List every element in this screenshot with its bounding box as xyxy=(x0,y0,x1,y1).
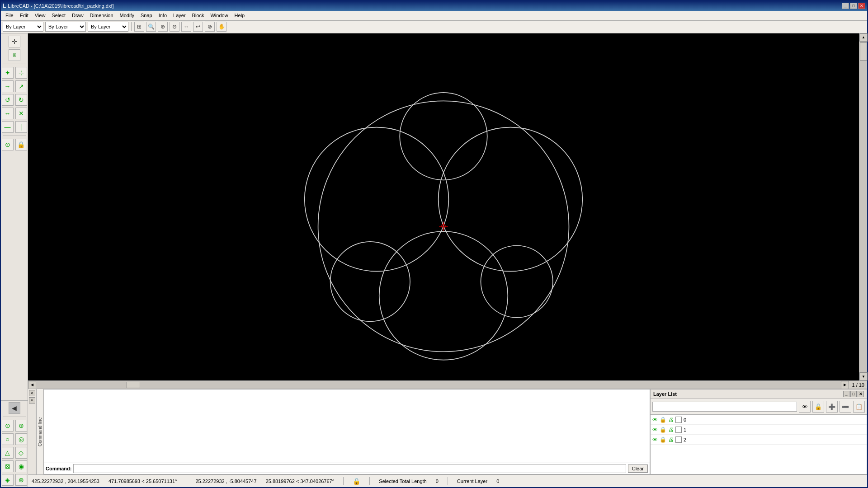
move-tool[interactable]: → xyxy=(2,80,14,92)
panel-close-icon[interactable]: ✕ xyxy=(29,390,35,396)
layer-unlock-all-icon[interactable]: 🔓 xyxy=(812,401,824,413)
layer-print-icon[interactable]: 🖨 xyxy=(668,436,674,443)
close-button[interactable]: ✕ xyxy=(858,3,865,9)
select-cross-tool[interactable]: ⊹ xyxy=(15,67,27,79)
layer-settings-icon[interactable]: 📋 xyxy=(853,401,865,413)
scroll-left-arrow[interactable]: ◀ xyxy=(28,381,36,389)
menu-file[interactable]: File xyxy=(3,12,16,19)
drawing-canvas[interactable] xyxy=(28,33,859,380)
tool-row-5: — | xyxy=(1,121,28,133)
zoom-window-icon[interactable]: ⊚ xyxy=(205,22,215,32)
menu-select[interactable]: Select xyxy=(49,12,68,19)
minimize-button[interactable]: _ xyxy=(842,3,849,9)
layer-panel-minimize[interactable]: _ xyxy=(843,391,849,397)
command-input[interactable] xyxy=(73,464,626,473)
main-layout: ✛ ⊞ ✦ ⊹ → ↗ ↺ ↻ ↔ ✕ xyxy=(1,33,867,487)
linewidth-dropdown[interactable]: By Layer xyxy=(88,22,128,32)
trim-tool[interactable]: — xyxy=(2,121,14,133)
zoom-out-icon[interactable]: ⊖ xyxy=(170,22,179,32)
menu-help[interactable]: Help xyxy=(232,12,248,19)
snap-center[interactable]: ○ xyxy=(2,433,14,445)
command-input-row: Command: Clear xyxy=(44,463,650,474)
grid-toggle-icon[interactable]: ⊞ xyxy=(134,22,144,32)
scroll-right-arrow[interactable]: ▶ xyxy=(841,381,849,389)
layer-lock-icon[interactable]: 🔒 xyxy=(660,436,666,443)
h-scroll-thumb[interactable] xyxy=(127,382,140,388)
scroll-up-arrow[interactable]: ▲ xyxy=(859,33,868,42)
menu-dimension[interactable]: Dimension xyxy=(87,12,116,19)
scroll-thumb[interactable] xyxy=(860,42,867,61)
menu-layer[interactable]: Layer xyxy=(170,12,189,19)
snap-dist[interactable]: ⊛ xyxy=(15,474,27,486)
coord-section-4: 25.88199762 < 347.04026767° xyxy=(266,479,335,484)
point-tool[interactable]: ⊙ xyxy=(2,139,14,150)
snap-tan[interactable]: ◉ xyxy=(15,460,27,472)
menu-draw[interactable]: Draw xyxy=(69,12,86,19)
snap-row-4: ⊠ ◉ xyxy=(1,460,28,473)
tool-row-4: ↔ ✕ xyxy=(1,107,28,120)
move-free-tool[interactable]: ↗ xyxy=(15,80,27,92)
layer-color-swatch[interactable] xyxy=(675,417,682,423)
menu-window[interactable]: Window xyxy=(208,12,231,19)
mirror-tool[interactable]: ↔ xyxy=(2,108,14,119)
layer-lock-icon[interactable]: 🔒 xyxy=(660,417,666,423)
layer-print-icon[interactable]: 🖨 xyxy=(668,417,674,423)
layer-show-all-icon[interactable]: 👁 xyxy=(799,401,811,413)
snap-node[interactable]: ◎ xyxy=(15,433,27,445)
zoom-in-icon[interactable]: ⊕ xyxy=(158,22,168,32)
layer-visible-icon[interactable]: 👁 xyxy=(652,436,658,443)
layer-visible-icon[interactable]: 👁 xyxy=(652,427,658,433)
menu-edit[interactable]: Edit xyxy=(17,12,31,19)
snap-near[interactable]: ◈ xyxy=(2,474,14,486)
grid-tool[interactable]: ⊞ xyxy=(9,49,20,61)
layer-visible-icon[interactable]: 👁 xyxy=(652,417,658,423)
pointer-tool[interactable]: ✛ xyxy=(9,36,20,47)
layer-color-swatch[interactable] xyxy=(675,436,682,443)
layer-lock-icon[interactable]: 🔒 xyxy=(660,427,666,433)
layer-panel-close[interactable]: ✕ xyxy=(858,391,864,397)
zoom-icon[interactable]: 🔍 xyxy=(146,22,156,32)
layer-row[interactable]: 👁 🔒 🖨 2 xyxy=(651,435,867,445)
layer-add-icon[interactable]: ➕ xyxy=(826,401,838,413)
clear-button[interactable]: Clear xyxy=(628,465,648,473)
zoom-pan-icon[interactable]: ✋ xyxy=(217,22,226,32)
zoom-auto-icon[interactable]: ↔ xyxy=(181,22,191,32)
maximize-button[interactable]: □ xyxy=(850,3,857,9)
layer-color-swatch[interactable] xyxy=(675,427,682,433)
h-scroll-track[interactable] xyxy=(36,381,841,389)
scroll-down-arrow[interactable]: ▼ xyxy=(859,372,868,380)
layer-remove-icon[interactable]: ➖ xyxy=(840,401,851,413)
menu-block[interactable]: Block xyxy=(189,12,207,19)
layer-row[interactable]: 👁 🔒 🖨 0 xyxy=(651,415,867,425)
command-line-label: Command line xyxy=(36,389,43,474)
layer-print-icon[interactable]: 🖨 xyxy=(668,427,674,433)
rotate-tool[interactable]: ↺ xyxy=(2,94,14,106)
snap-perp[interactable]: ⊠ xyxy=(2,460,14,472)
snap-endpoint[interactable]: ⊙ xyxy=(2,420,14,432)
menu-modify[interactable]: Modify xyxy=(117,12,137,19)
extend-tool[interactable]: | xyxy=(15,121,27,133)
snap-quad[interactable]: △ xyxy=(2,447,14,459)
panel-toggle-icon[interactable]: ≡ xyxy=(29,397,35,404)
back-tool[interactable]: ◀ xyxy=(9,402,20,414)
titlebar: L LibreCAD - [C:\1A\2015\librecad\tri_pa… xyxy=(1,1,867,11)
coord2: 471.70985693 < 25.65071131° xyxy=(108,479,177,484)
layer-panel-maximize[interactable]: □ xyxy=(850,391,857,397)
layer-row[interactable]: 👁 🔒 🖨 1 xyxy=(651,425,867,435)
zoom-prev-icon[interactable]: ↩ xyxy=(193,22,203,32)
menu-snap[interactable]: Snap xyxy=(138,12,155,19)
scroll-track[interactable] xyxy=(859,42,867,372)
layer-panel-titlebar: Layer List _ □ ✕ xyxy=(651,389,867,399)
menu-info[interactable]: Info xyxy=(156,12,170,19)
select-tool[interactable]: ✦ xyxy=(2,67,14,79)
layer-search-input[interactable] xyxy=(652,402,797,412)
snap-int[interactable]: ◇ xyxy=(15,447,27,459)
snap-midpoint[interactable]: ⊕ xyxy=(15,420,27,432)
color-dropdown[interactable]: By Layer xyxy=(3,22,43,32)
delete-tool[interactable]: ✕ xyxy=(15,108,27,119)
lock-tool[interactable]: 🔒 xyxy=(15,139,27,150)
menu-view[interactable]: View xyxy=(32,12,48,19)
rotate2-tool[interactable]: ↻ xyxy=(15,94,27,106)
linetype-dropdown[interactable]: By Layer xyxy=(45,22,86,32)
snap-row-5: ◈ ⊛ xyxy=(1,474,28,486)
